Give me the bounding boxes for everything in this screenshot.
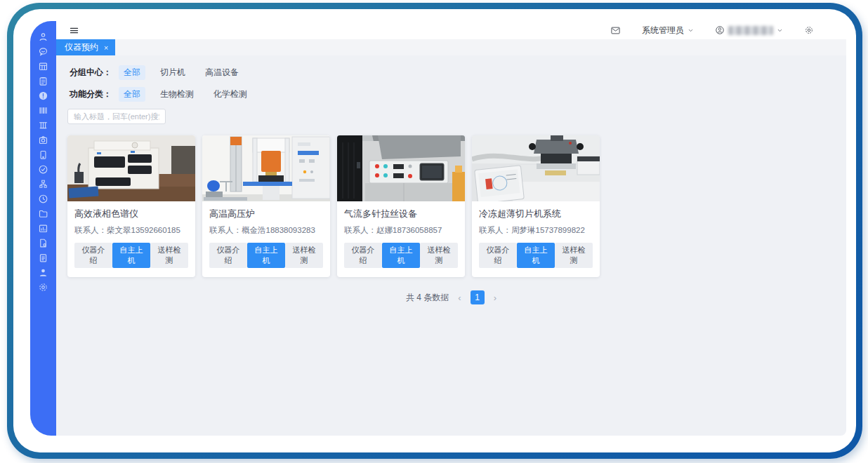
equipment-photo-wire-drawing: [337, 135, 465, 201]
chevron-down-icon: [777, 27, 783, 34]
self-operate-button[interactable]: 自主上机: [382, 243, 420, 268]
filter-function-category: 功能分类： 全部 生物检测 化学检测: [70, 87, 835, 102]
settings-button[interactable]: [804, 25, 814, 35]
hamburger-menu-button[interactable]: [69, 25, 79, 36]
equipment-card-hplc[interactable]: 高效液相色谱仪 联系人：柴文翠13592660185 仪器介绍 自主上机 送样检…: [67, 135, 195, 277]
sidebar-item-barcode[interactable]: [30, 103, 56, 118]
sidebar-item-camera[interactable]: [30, 133, 56, 147]
user-circle-icon: [715, 25, 725, 35]
pagination-total: 共 4 条数据: [406, 292, 449, 304]
pagination: 共 4 条数据 ‹ 1 ›: [67, 290, 835, 304]
sidebar-item-equipment-rack[interactable]: [30, 118, 56, 133]
equipment-card-furnace[interactable]: 高温高压炉 联系人：概金浩18838093283 仪器介绍 自主上机 送样检测: [202, 135, 330, 277]
filter-chip-func-bio[interactable]: 生物检测: [155, 87, 199, 102]
sidebar-item-alerts[interactable]: [30, 88, 56, 103]
user-name-masked: [728, 26, 773, 35]
sidebar-item-file-settings[interactable]: [30, 236, 56, 250]
clock-icon: [38, 194, 48, 204]
intro-button[interactable]: 仪器介绍: [344, 243, 382, 268]
sidebar-item-tasks[interactable]: [30, 74, 56, 88]
intro-button[interactable]: 仪器介绍: [479, 243, 517, 268]
user-dropdown[interactable]: [715, 25, 783, 35]
equipment-title: 高温高压炉: [209, 208, 323, 220]
sample-test-button[interactable]: 送样检测: [285, 243, 323, 268]
sidebar-item-settings[interactable]: [30, 280, 56, 295]
equipment-contact: 联系人：柴文翠13592660185: [74, 225, 188, 236]
app-window: 系统管理员 仪器预约 ×: [13, 9, 856, 452]
table-icon: [38, 61, 48, 72]
sidebar-item-history[interactable]: [30, 192, 56, 206]
content-area: 分组中心： 全部 切片机 高温设备 功能分类： 全部 生物检测 化学检测: [56, 55, 846, 436]
sidebar-item-profile[interactable]: [30, 265, 56, 280]
self-operate-button[interactable]: 自主上机: [247, 243, 285, 268]
sidebar-item-reports[interactable]: [30, 221, 56, 236]
self-operate-button[interactable]: 自主上机: [112, 243, 150, 268]
tab-instrument-reservation[interactable]: 仪器预约 ×: [56, 39, 115, 55]
mail-button[interactable]: [610, 25, 621, 36]
sidebar-item-files[interactable]: [30, 206, 56, 221]
sidebar-item-schedule[interactable]: [30, 59, 56, 74]
chat-icon: [38, 46, 48, 57]
pagination-prev-button[interactable]: ‹: [458, 293, 461, 303]
barcode-icon: [38, 105, 48, 116]
equipment-photo-hplc: [67, 135, 195, 201]
equipment-card-list: 高效液相色谱仪 联系人：柴文翠13592660185 仪器介绍 自主上机 送样检…: [67, 135, 835, 277]
alert-icon: [38, 90, 48, 101]
main-area: 系统管理员 仪器预约 ×: [56, 21, 846, 436]
search-input[interactable]: [67, 109, 166, 124]
camera-icon: [38, 135, 48, 145]
equipment-card-microtome[interactable]: 冷冻超薄切片机系统 联系人：周梦琳15737899822 仪器介绍 自主上机 送…: [472, 135, 600, 277]
filter-chip-group-high-temp[interactable]: 高温设备: [200, 65, 244, 80]
clipboard-icon: [38, 76, 48, 86]
tab-label: 仪器预约: [65, 41, 98, 53]
equipment-title: 气流多针拉丝设备: [344, 208, 458, 220]
gear-icon: [804, 25, 814, 35]
rack-icon: [38, 120, 48, 130]
intro-button[interactable]: 仪器介绍: [74, 243, 112, 268]
equipment-title: 冷冻超薄切片机系统: [479, 208, 593, 220]
tab-bar: 仪器预约 ×: [56, 39, 846, 55]
sidebar-item-messages[interactable]: [30, 44, 56, 59]
equipment-photo-furnace: [202, 135, 330, 201]
equipment-card-wire-drawing[interactable]: 气流多针拉丝设备 联系人：赵娜18736058857 仪器介绍 自主上机 送样检…: [337, 135, 465, 277]
filter-func-label: 功能分类：: [70, 88, 112, 100]
filter-chip-group-all[interactable]: 全部: [119, 65, 145, 80]
equipment-contact: 联系人：周梦琳15737899822: [479, 225, 593, 236]
mail-icon: [610, 25, 621, 36]
clipboard-2-icon: [38, 253, 48, 263]
folder-icon: [38, 208, 48, 219]
user-filled-icon: [38, 267, 48, 278]
pagination-next-button[interactable]: ›: [494, 293, 497, 303]
chevron-down-icon: [688, 27, 694, 34]
sidebar-item-records[interactable]: [30, 250, 56, 265]
sidebar-item-user[interactable]: [30, 29, 56, 44]
sidebar-item-device[interactable]: [30, 147, 56, 162]
sidebar-item-organization[interactable]: [30, 177, 56, 192]
pagination-page-1[interactable]: 1: [471, 290, 485, 304]
sidebar: [30, 21, 56, 436]
intro-button[interactable]: 仪器介绍: [209, 243, 247, 268]
filter-chip-group-slicer[interactable]: 切片机: [155, 65, 190, 80]
file-gear-icon: [38, 238, 48, 248]
outer-frame: 系统管理员 仪器预约 ×: [7, 3, 862, 459]
user-icon: [38, 32, 48, 42]
filter-chip-func-all[interactable]: 全部: [119, 87, 145, 102]
gear-icon: [38, 282, 48, 293]
search-box: [67, 109, 835, 124]
chart-icon: [38, 223, 48, 234]
org-chart-icon: [38, 179, 48, 189]
equipment-photo-microtome: [472, 135, 600, 201]
sample-test-button[interactable]: 送样检测: [555, 243, 593, 268]
filter-group-center: 分组中心： 全部 切片机 高温设备: [70, 65, 835, 80]
equipment-title: 高效液相色谱仪: [74, 208, 188, 220]
sidebar-item-approval[interactable]: [30, 162, 56, 177]
equipment-contact: 联系人：赵娜18736058857: [344, 225, 458, 236]
filter-chip-func-chem[interactable]: 化学检测: [209, 87, 252, 102]
topbar: 系统管理员: [56, 21, 846, 39]
tab-close-icon[interactable]: ×: [104, 43, 108, 52]
sample-test-button[interactable]: 送样检测: [150, 243, 188, 268]
role-dropdown[interactable]: 系统管理员: [642, 25, 694, 36]
self-operate-button[interactable]: 自主上机: [517, 243, 555, 268]
device-icon: [38, 149, 48, 160]
sample-test-button[interactable]: 送样检测: [420, 243, 458, 268]
